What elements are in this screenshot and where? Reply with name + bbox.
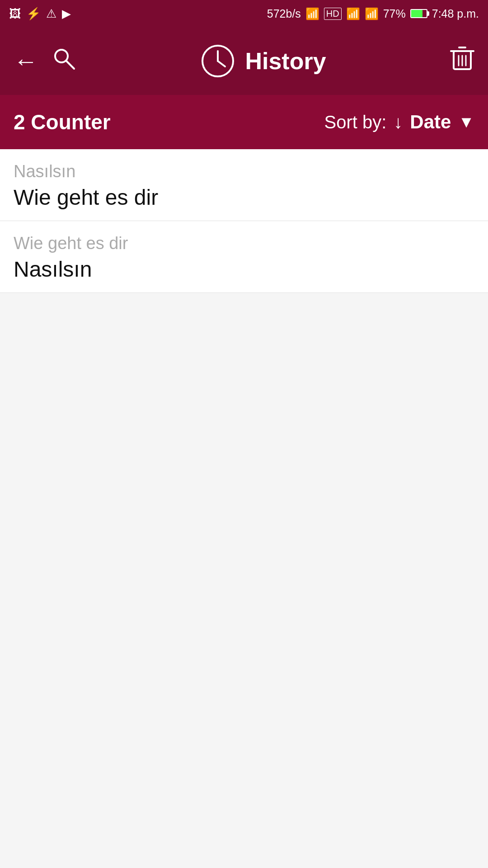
svg-line-1 — [66, 61, 74, 69]
status-bar-left: 🖼 ⚡ ⚠ ▶ — [9, 7, 71, 21]
usb-icon: ⚡ — [26, 7, 41, 21]
history-list: NasılsınWie geht es dirWie geht es dirNa… — [0, 149, 488, 293]
history-item-source: Nasılsın — [14, 162, 474, 181]
time-display: 7:48 p.m. — [432, 7, 479, 20]
status-bar-right: 572b/s 📶 HD 📶 📶 77% 7:48 p.m. — [267, 7, 479, 20]
sort-by-label: Sort by: — [324, 112, 386, 132]
list-item[interactable]: Wie geht es dirNasılsın — [0, 221, 488, 293]
image-icon: 🖼 — [9, 7, 21, 21]
back-button[interactable]: ← — [14, 47, 38, 75]
counter-label: 2 Counter — [14, 110, 111, 134]
page-title: History — [245, 47, 326, 75]
filter-bar: 2 Counter Sort by: ↓ Date ▼ — [0, 95, 488, 149]
list-item[interactable]: NasılsınWie geht es dir — [0, 149, 488, 221]
history-item-source: Wie geht es dir — [14, 234, 474, 253]
history-item-target: Nasılsın — [14, 257, 474, 282]
toolbar: ← History — [0, 27, 488, 95]
search-button[interactable] — [52, 46, 76, 76]
delete-button[interactable] — [450, 45, 474, 77]
sort-section[interactable]: Sort by: ↓ Date ▼ — [324, 111, 474, 133]
toolbar-center: History — [200, 43, 326, 79]
sort-direction-icon: ↓ — [394, 112, 403, 132]
toolbar-right — [450, 45, 474, 77]
sort-value: Date — [410, 111, 451, 133]
signal-icon: 📶 — [346, 7, 360, 20]
warning-icon: ⚠ — [46, 7, 56, 21]
wifi-icon: 📶 — [305, 7, 319, 20]
svg-line-4 — [218, 61, 225, 66]
battery-percent: 77% — [383, 7, 406, 20]
history-item-target: Wie geht es dir — [14, 185, 474, 210]
clock-icon — [200, 43, 236, 79]
dropdown-arrow-icon[interactable]: ▼ — [458, 113, 474, 132]
battery-icon — [410, 9, 427, 18]
signal-icon2: 📶 — [365, 7, 379, 20]
status-bar: 🖼 ⚡ ⚠ ▶ 572b/s 📶 HD 📶 📶 77% 7:48 p.m. — [0, 0, 488, 27]
hd-icon: HD — [324, 8, 342, 20]
toolbar-left: ← — [14, 46, 76, 76]
play-icon: ▶ — [62, 7, 71, 21]
network-speed: 572b/s — [267, 7, 301, 20]
